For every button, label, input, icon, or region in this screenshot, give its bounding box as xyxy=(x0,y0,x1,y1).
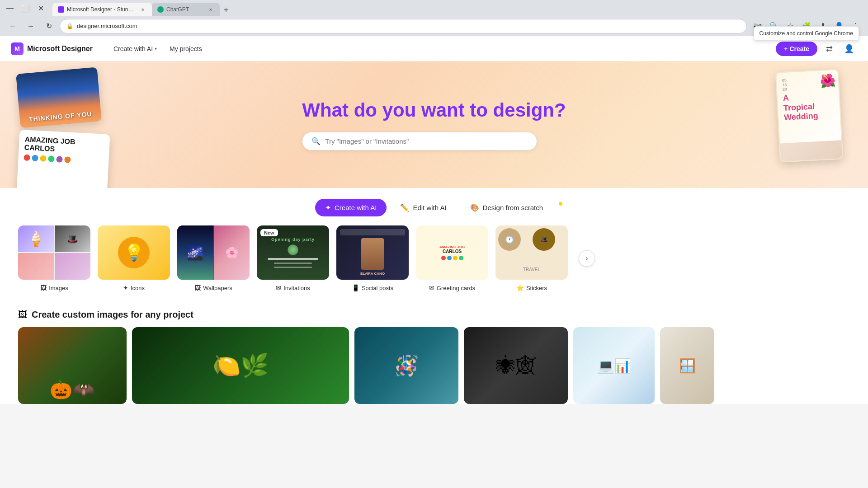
tooltip-popup: Customize and control Google Chrome xyxy=(754,26,859,41)
browser-window-controls[interactable]: — ⬜ ✕ xyxy=(4,2,47,14)
custom-image-halloween[interactable]: 🎃🦇 xyxy=(18,327,127,404)
address-bar[interactable]: 🔒 designer.microsoft.com xyxy=(60,19,747,33)
hero-deco-left: THINKING OF YOU AMAZING JOBCARLOS xyxy=(18,70,108,188)
custom-image-window[interactable]: 🪟 xyxy=(660,327,714,404)
category-social-posts[interactable]: ELVIRA CANO 📱 Social posts xyxy=(336,225,409,291)
tab-chatgpt[interactable]: ChatGPT ✕ xyxy=(152,3,220,16)
category-invitations-label: ✉ Invitations xyxy=(276,284,310,291)
action-tabs: ✦ Create with AI ✏️ Edit with AI 🎨 Desig… xyxy=(0,188,868,225)
sticker-hat: 🎩 xyxy=(533,228,555,251)
minimize-button[interactable]: — xyxy=(4,2,16,14)
sticker-text: TRAVEL xyxy=(498,263,565,277)
hero-search-bar[interactable]: 🔍 xyxy=(302,132,537,150)
category-wallpapers[interactable]: 🌌 🌸 🖼 Wallpapers xyxy=(177,225,250,291)
tab-create-with-ai[interactable]: ✦ Create with AI xyxy=(315,199,387,216)
create-button[interactable]: + Create xyxy=(776,42,817,56)
category-wallpapers-thumb: 🌌 🌸 xyxy=(177,225,250,280)
thumb-icon-shape: 💡 xyxy=(118,237,150,268)
category-social-thumb: ELVIRA CANO xyxy=(336,225,409,280)
custom-image-limes[interactable]: 🍋🌿 xyxy=(132,327,349,404)
deco-dot-green xyxy=(48,155,55,162)
thumb-social-bg: ELVIRA CANO xyxy=(336,225,409,280)
categories-next-arrow[interactable]: › xyxy=(579,250,595,267)
custom-images-row: 🎃🦇 🍋🌿 🪅 🕷🕸 💻📊 🪟 xyxy=(18,327,850,404)
thumb-greeting-bg: AMAZING JOB CARLOS xyxy=(416,225,488,280)
tab-label-designer: Microsoft Designer - Stunning... xyxy=(67,6,137,13)
deco-wedding-pedestal xyxy=(780,140,842,161)
refresh-button[interactable]: ↻ xyxy=(42,19,56,33)
tab-edit-with-ai[interactable]: ✏️ Edit with AI xyxy=(390,199,456,216)
nav-create-with-ai-label: Create with AI xyxy=(113,45,153,52)
icons-icon: ✦ xyxy=(123,284,128,291)
new-tab-button[interactable]: + xyxy=(220,4,232,16)
hero-content: What do you want to design? 🔍 xyxy=(302,99,566,150)
tab-design-from-scratch[interactable]: 🎨 Design from scratch xyxy=(460,199,553,216)
deco-dot-blue xyxy=(32,155,38,161)
social-top-bar xyxy=(340,229,405,235)
browser-chrome: — ⬜ ✕ Microsoft Designer - Stunning... ✕… xyxy=(0,0,868,16)
app-header: M Microsoft Designer Create with AI ▾ My… xyxy=(0,36,868,61)
tab-close-designer[interactable]: ✕ xyxy=(139,6,146,13)
inv-circle xyxy=(288,244,298,255)
greeting-circle-4 xyxy=(459,256,463,260)
custom-image-tech[interactable]: 💻📊 xyxy=(573,327,655,404)
category-invitations[interactable]: New Opening day party ✉ Invitations xyxy=(257,225,329,291)
search-input[interactable] xyxy=(325,137,528,145)
nav-my-projects-label: My projects xyxy=(170,45,202,52)
sparkle-icon: ✦ xyxy=(325,203,331,212)
address-url-text: designer.microsoft.com xyxy=(77,23,740,29)
category-greeting-cards[interactable]: AMAZING JOB CARLOS ✉ Greeting cards xyxy=(416,225,488,291)
category-icons[interactable]: 💡 ✦ Icons xyxy=(98,225,170,291)
profile-avatar[interactable]: 👤 xyxy=(841,41,857,57)
deco-dot-purple xyxy=(56,156,63,163)
category-stickers[interactable]: 🕐 🎩 TRAVEL ⭐ Stickers xyxy=(495,225,568,291)
category-icons-label: ✦ Icons xyxy=(123,284,145,291)
mexican-emoji: 🪅 xyxy=(394,354,419,377)
thumb-wallpaper-grid: 🌌 🌸 xyxy=(177,225,250,280)
app-logo[interactable]: M Microsoft Designer xyxy=(11,42,93,55)
category-greeting-label: ✉ Greeting cards xyxy=(429,284,475,291)
thumb-img-lavender xyxy=(55,253,90,280)
tab-close-chatgpt[interactable]: ✕ xyxy=(207,6,214,13)
back-button[interactable]: ← xyxy=(5,19,20,33)
nav-create-with-ai[interactable]: Create with AI ▾ xyxy=(107,42,163,56)
close-button[interactable]: ✕ xyxy=(34,2,47,14)
category-images[interactable]: 🍦 🎩 🖼 Images xyxy=(18,225,90,291)
search-icon: 🔍 xyxy=(311,137,321,145)
thumb-img-dark: 🎩 xyxy=(55,225,90,252)
share-button[interactable]: ⇄ xyxy=(821,41,837,57)
inv-text-line-1 xyxy=(268,258,318,260)
deco-dot-yellow xyxy=(40,155,47,162)
custom-section-header: 🖼 Create custom images for any project xyxy=(18,310,850,320)
tooltip-text: Customize and control Google Chrome xyxy=(760,30,853,37)
social-icon: 📱 xyxy=(352,284,359,291)
sticker-label: TRAVEL xyxy=(523,267,540,272)
sticker-clock: 🕐 xyxy=(498,228,521,251)
custom-image-mexican[interactable]: 🪅 xyxy=(354,327,458,404)
tab-edit-with-ai-label: Edit with AI xyxy=(413,204,446,211)
greeting-circle-2 xyxy=(447,256,452,260)
hero-deco-right: 051520 ATropicalWedding 🌺 🌿 xyxy=(778,70,841,161)
greeting-icon: ✉ xyxy=(429,284,434,291)
nav-my-projects[interactable]: My projects xyxy=(163,42,208,56)
thumb-icon-bg: 💡 xyxy=(98,225,170,280)
social-name: ELVIRA CANO xyxy=(360,272,385,276)
forward-button[interactable]: → xyxy=(24,19,38,33)
deco-wedding-flower: 🌺 xyxy=(819,73,836,89)
tab-favicon-chatgpt xyxy=(157,6,164,13)
design-icon: 🎨 xyxy=(470,203,479,212)
chevron-down-icon: ▾ xyxy=(155,46,157,51)
greeting-circle-1 xyxy=(441,256,446,260)
tab-microsoft-designer[interactable]: Microsoft Designer - Stunning... ✕ xyxy=(52,3,152,16)
category-icons-thumb: 💡 xyxy=(98,225,170,280)
wallpapers-icon: 🖼 xyxy=(194,284,201,291)
deco-card-thinking-of-you: THINKING OF YOU xyxy=(16,67,102,128)
category-stickers-label: ⭐ Stickers xyxy=(516,284,547,291)
deco-card-carlos-wrapper: AMAZING JOBCARLOS xyxy=(18,132,108,188)
deco-card-tropical-wedding: 051520 ATropicalWedding 🌺 🌿 xyxy=(775,69,843,162)
custom-section-icon: 🖼 xyxy=(18,310,27,320)
maximize-button[interactable]: ⬜ xyxy=(19,2,32,14)
custom-image-spiderweb[interactable]: 🕷🕸 xyxy=(464,327,568,404)
inv-text-line-2 xyxy=(274,263,312,264)
new-badge: New xyxy=(260,229,278,236)
